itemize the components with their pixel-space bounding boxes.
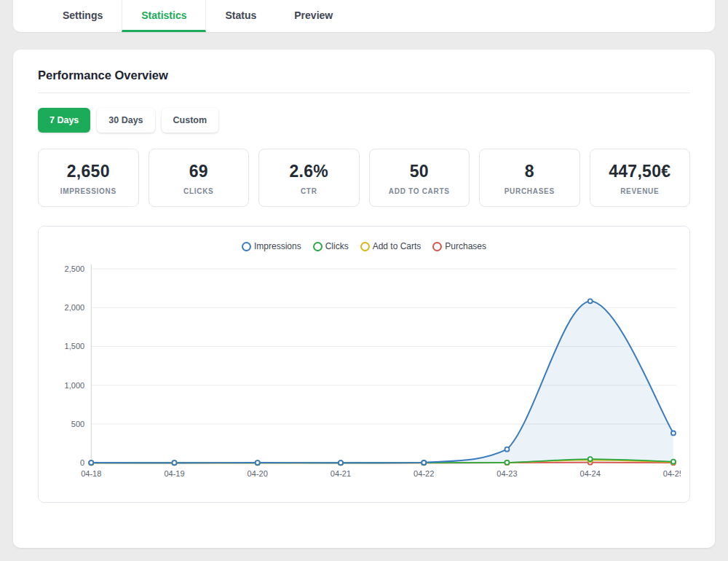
svg-text:04-23: 04-23 — [496, 469, 517, 478]
stat-value: 2.6% — [264, 162, 355, 181]
performance-card: Performance Overview 7 Days 30 Days Cust… — [13, 50, 715, 548]
stat-card-purchases: 8 PURCHASES — [479, 149, 580, 207]
legend-label: Add to Carts — [373, 241, 422, 251]
svg-text:04-18: 04-18 — [81, 469, 101, 478]
svg-text:04-24: 04-24 — [580, 469, 601, 478]
chart-card: ImpressionsClicksAdd to CartsPurchases 0… — [38, 226, 690, 503]
stat-value: 2,650 — [43, 162, 134, 181]
legend-dot-icon — [360, 242, 370, 251]
stat-card-revenue: 447,50€ REVENUE — [590, 149, 691, 207]
svg-text:500: 500 — [71, 420, 84, 428]
svg-text:2,000: 2,000 — [65, 303, 85, 312]
svg-text:2,500: 2,500 — [65, 264, 85, 273]
stat-label: REVENUE — [595, 187, 686, 195]
stat-value: 8 — [484, 162, 575, 181]
svg-text:1,000: 1,000 — [65, 381, 85, 390]
svg-text:04-20: 04-20 — [248, 469, 268, 478]
stat-value: 447,50€ — [595, 162, 686, 181]
stat-label: CTR — [264, 187, 355, 195]
tab-bar: Settings Statistics Status Preview — [13, 0, 715, 32]
legend-label: Purchases — [445, 241, 486, 251]
tab-settings[interactable]: Settings — [44, 0, 122, 32]
stat-card-add-to-carts: 50 ADD TO CARTS — [369, 149, 470, 207]
svg-text:04-19: 04-19 — [164, 469, 184, 478]
stat-label: ADD TO CARTS — [374, 187, 465, 195]
tab-statistics[interactable]: Statistics — [122, 0, 206, 32]
line-chart: 05001,0001,5002,0002,50004-1804-1904-200… — [47, 257, 681, 498]
range-button-custom[interactable]: Custom — [162, 108, 219, 133]
stat-label: CLICKS — [154, 187, 245, 195]
legend-dot-icon — [242, 242, 251, 251]
svg-text:1,500: 1,500 — [65, 342, 85, 350]
tab-status[interactable]: Status — [206, 0, 275, 32]
legend-item-impressions[interactable]: Impressions — [242, 241, 301, 251]
stat-label: IMPRESSIONS — [43, 187, 134, 195]
legend-dot-icon — [313, 242, 323, 251]
svg-text:04-21: 04-21 — [331, 469, 351, 478]
legend-item-add-to-carts[interactable]: Add to Carts — [360, 241, 422, 251]
stats-grid: 2,650 IMPRESSIONS 69 CLICKS 2.6% CTR 50 … — [38, 149, 690, 207]
legend-label: Impressions — [254, 241, 301, 251]
legend-item-purchases[interactable]: Purchases — [432, 241, 486, 251]
stat-card-clicks: 69 CLICKS — [149, 149, 250, 207]
page-title: Performance Overview — [38, 68, 690, 82]
stat-card-ctr: 2.6% CTR — [258, 149, 360, 207]
stat-value: 69 — [154, 162, 245, 181]
range-button-30-days[interactable]: 30 Days — [97, 108, 154, 133]
svg-text:0: 0 — [80, 458, 84, 467]
range-button-7-days[interactable]: 7 Days — [38, 108, 90, 133]
legend-dot-icon — [432, 242, 442, 251]
chart-legend: ImpressionsClicksAdd to CartsPurchases — [47, 238, 681, 254]
page: Settings Statistics Status Preview Perfo… — [0, 0, 728, 561]
svg-text:04-22: 04-22 — [414, 469, 434, 478]
tab-preview[interactable]: Preview — [275, 0, 352, 32]
range-button-group: 7 Days 30 Days Custom — [38, 108, 690, 133]
title-divider — [38, 93, 690, 93]
legend-item-clicks[interactable]: Clicks — [313, 241, 349, 251]
stat-label: PURCHASES — [484, 187, 575, 195]
svg-text:04-25: 04-25 — [663, 469, 681, 478]
legend-label: Clicks — [325, 241, 349, 251]
stat-card-impressions: 2,650 IMPRESSIONS — [38, 149, 139, 207]
stat-value: 50 — [374, 162, 465, 181]
